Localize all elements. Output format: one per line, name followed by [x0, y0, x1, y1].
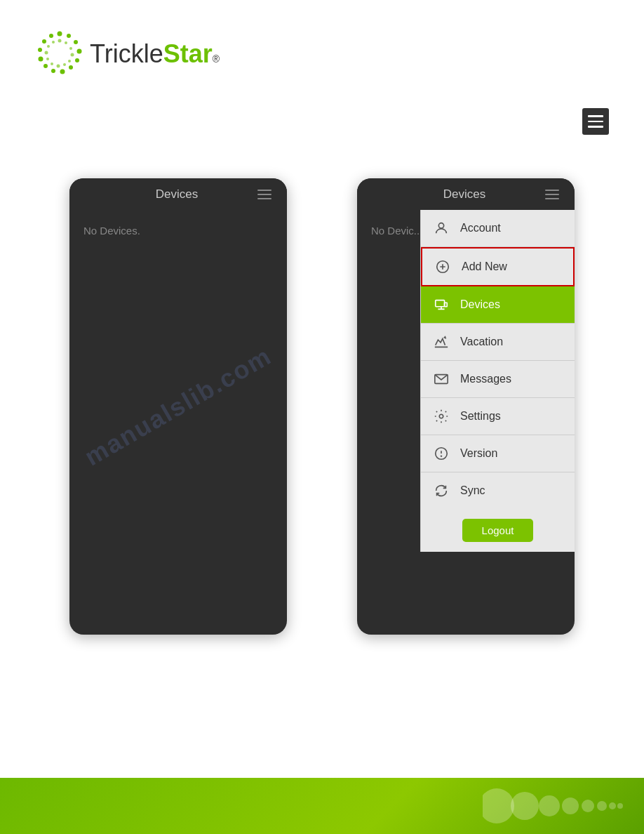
logo-ring-icon [35, 28, 84, 80]
vacation-label: Vacation [460, 336, 503, 348]
settings-icon [432, 407, 450, 425]
svg-point-42 [597, 801, 607, 811]
bar-1 [257, 190, 271, 191]
svg-point-33 [439, 414, 443, 418]
version-label: Version [460, 447, 497, 460]
phone-left-menu-button[interactable] [255, 187, 274, 202]
svg-point-14 [65, 41, 67, 44]
watermark: manualslib.com [80, 341, 277, 472]
vacation-icon [432, 333, 450, 351]
devices-label: Devices [460, 298, 500, 311]
bar-3 [545, 198, 559, 199]
svg-point-22 [45, 51, 48, 55]
menu-item-account[interactable]: Account [421, 210, 575, 247]
svg-point-15 [69, 47, 72, 50]
logout-row: Logout [421, 509, 575, 552]
svg-point-1 [67, 34, 71, 38]
account-label: Account [460, 222, 501, 234]
menu-item-settings[interactable]: Settings [421, 398, 575, 435]
menu-item-messages[interactable]: Messages [421, 361, 575, 398]
svg-point-39 [539, 795, 560, 816]
svg-point-6 [60, 70, 65, 74]
main-content: Devices No Devices. manualslib.com Devic… [0, 94, 644, 649]
logo-star: Star [163, 39, 213, 69]
svg-point-37 [483, 788, 514, 823]
svg-point-18 [63, 63, 66, 66]
phone-right-menu-button[interactable] [542, 187, 562, 202]
footer-bar [0, 778, 644, 834]
phone-left-header: Devices [69, 178, 287, 211]
add-new-label: Add New [462, 260, 507, 273]
svg-point-8 [43, 64, 48, 68]
version-icon [432, 444, 450, 463]
svg-point-3 [77, 49, 82, 54]
logo-registered: ® [213, 53, 220, 65]
menu-item-devices[interactable]: Devices [421, 286, 575, 324]
menu-item-version[interactable]: Version [421, 435, 575, 472]
phones-container: Devices No Devices. manualslib.com Devic… [35, 178, 609, 635]
svg-point-17 [68, 60, 71, 62]
svg-point-10 [38, 48, 42, 52]
phone-left: Devices No Devices. manualslib.com [69, 178, 287, 635]
svg-point-12 [49, 34, 53, 38]
svg-point-44 [617, 803, 623, 809]
bar-3 [257, 198, 271, 199]
svg-point-40 [562, 797, 579, 814]
messages-label: Messages [460, 373, 511, 385]
logo: TrickleStar® [35, 28, 609, 80]
svg-point-43 [609, 802, 616, 809]
svg-point-19 [57, 65, 60, 68]
svg-point-2 [74, 40, 78, 44]
hamburger-bar-1 [588, 115, 603, 117]
logout-button[interactable]: Logout [462, 519, 534, 542]
hamburger-bar-3 [588, 126, 603, 128]
no-devices-label: No Devices. [83, 225, 273, 237]
add-icon [434, 258, 452, 276]
svg-point-11 [42, 39, 46, 44]
menu-panel: Account Add New [420, 210, 575, 552]
svg-point-38 [511, 792, 539, 820]
menu-item-add-new[interactable]: Add New [421, 247, 575, 286]
svg-point-25 [438, 223, 443, 228]
hamburger-menu-button[interactable] [582, 108, 609, 135]
phone-right: Devices No Devic... [357, 178, 575, 635]
svg-point-9 [39, 57, 43, 62]
hamburger-bar-2 [588, 121, 603, 123]
sync-label: Sync [460, 484, 485, 497]
devices-icon [432, 296, 450, 314]
messages-icon [432, 370, 450, 388]
svg-point-36 [441, 456, 442, 456]
svg-point-7 [51, 69, 55, 73]
svg-point-4 [75, 58, 79, 62]
phone-right-title: Devices [387, 187, 542, 201]
user-icon [432, 219, 450, 237]
footer-decoration [483, 778, 623, 834]
phone-right-header: Devices [357, 178, 575, 211]
phone-left-body: No Devices. [69, 211, 287, 251]
bar-1 [545, 190, 559, 191]
svg-point-0 [58, 32, 62, 37]
menu-item-vacation[interactable]: Vacation [421, 324, 575, 361]
svg-point-21 [46, 58, 49, 60]
logo-trickle: Trickle [90, 39, 163, 69]
bar-2 [257, 194, 271, 195]
svg-point-16 [71, 53, 74, 57]
svg-point-13 [58, 39, 62, 43]
svg-rect-29 [436, 300, 445, 307]
svg-point-23 [47, 45, 50, 48]
svg-point-20 [51, 62, 53, 65]
svg-point-5 [69, 65, 73, 70]
menu-item-sync[interactable]: Sync [421, 472, 575, 509]
svg-point-24 [52, 41, 55, 44]
svg-point-41 [582, 800, 594, 812]
svg-rect-30 [445, 303, 448, 307]
phone-left-title: Devices [99, 187, 255, 201]
settings-label: Settings [460, 410, 501, 423]
sync-icon [432, 482, 450, 500]
bar-2 [545, 194, 559, 195]
logo-text: TrickleStar® [90, 39, 220, 69]
header: TrickleStar® [0, 0, 644, 94]
